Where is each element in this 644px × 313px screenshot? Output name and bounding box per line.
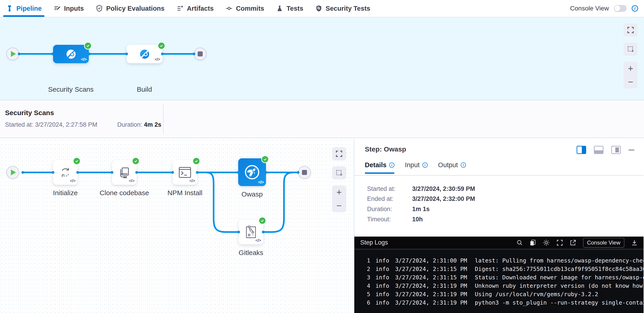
code-tag-icon: </> [258, 180, 264, 185]
stage-label[interactable]: Build [137, 85, 152, 93]
nav-tab-label: Pipeline [16, 5, 42, 12]
success-badge [84, 42, 92, 50]
minimize-panel-button[interactable] [628, 149, 634, 151]
step-card-owasp[interactable]: </> [238, 158, 266, 186]
zoom-out-button[interactable]: − [628, 77, 633, 86]
nav-tab-label: Tests [286, 5, 303, 12]
nav-tab-label: Policy Evaluations [106, 5, 164, 12]
fullscreen-button[interactable] [332, 147, 346, 160]
info-icon[interactable]: i [389, 162, 394, 168]
book-icon [118, 166, 131, 179]
step-label[interactable]: Gitleaks [239, 249, 263, 257]
split-bottom-view-button[interactable] [594, 146, 604, 154]
tab-security-tests[interactable]: Security Tests [315, 0, 370, 17]
tab-policy-evaluations[interactable]: Policy Evaluations [96, 0, 164, 17]
success-badge [258, 217, 266, 225]
stage-card-security-scans[interactable]: </> [53, 45, 89, 63]
success-badge [192, 157, 200, 165]
tab-input[interactable]: Input i [405, 161, 428, 174]
nav-tab-label: Commits [236, 5, 264, 12]
expand-icon[interactable] [556, 240, 563, 246]
tab-output[interactable]: Output i [438, 161, 466, 174]
connector-port [22, 171, 24, 174]
stage-started: Started at: 3/27/2024, 2:27:58 PM [5, 121, 97, 128]
connector-port [51, 52, 54, 55]
tab-details[interactable]: Details i [365, 161, 394, 174]
lower-split: </> Initialize </> Clone codebase [0, 139, 644, 313]
info-icon[interactable]: i [422, 162, 428, 168]
copy-icon[interactable] [530, 240, 536, 246]
stage-canvas-controls: + − [624, 23, 638, 88]
nav-right: Console View i [570, 5, 638, 12]
tab-tests[interactable]: Tests [276, 0, 303, 17]
step-card-initialize[interactable]: </> [53, 160, 78, 185]
fullscreen-button[interactable] [624, 23, 638, 37]
search-icon[interactable] [516, 240, 523, 246]
stop-icon [198, 51, 203, 56]
terminal-icon [178, 167, 192, 178]
console-view-toggle[interactable] [614, 5, 627, 12]
step-start-node[interactable] [6, 166, 19, 179]
step-card-npm-install[interactable]: </> [172, 160, 197, 185]
settings-gear-icon[interactable] [543, 239, 550, 246]
log-line: 5info3/27/2024, 2:31:19 PMUsing /usr/loc… [354, 290, 644, 299]
step-logs-title: Step Logs [360, 239, 388, 246]
stage-connectors [0, 17, 228, 100]
connector-port [262, 231, 264, 233]
policy-shield-icon [96, 5, 103, 12]
step-label[interactable]: Owasp [242, 190, 262, 198]
split-right-view-button[interactable] [576, 146, 586, 154]
stage-title: Security Scans [5, 109, 54, 117]
tab-label: Output [438, 161, 458, 169]
toggle-knob [614, 5, 620, 11]
download-icon[interactable] [631, 240, 638, 246]
step-label[interactable]: Clone codebase [100, 189, 149, 197]
marquee-select-button[interactable] [332, 166, 346, 179]
tab-artifacts[interactable]: Artifacts [176, 0, 214, 17]
artifacts-icon [176, 5, 184, 12]
log-line: 2info3/27/2024, 2:31:15 PMDigest: sha256… [354, 265, 644, 273]
security-shield-icon [315, 5, 322, 12]
info-icon[interactable]: i [632, 5, 638, 11]
connector-port [171, 171, 174, 174]
console-view-label: Console View [570, 5, 609, 12]
tab-pipeline[interactable]: Pipeline [6, 0, 42, 17]
step-label[interactable]: NPM Install [168, 189, 202, 197]
step-logs-body[interactable]: 1info3/27/2024, 2:31:00 PMlatest: Pullin… [354, 251, 644, 313]
refresh-icon [59, 166, 72, 179]
tab-inputs[interactable]: Inputs [54, 0, 84, 17]
tab-label: Details [365, 161, 386, 169]
ci-stage-icon [139, 48, 150, 60]
tab-label: Input [405, 161, 420, 169]
connector-port [52, 171, 54, 174]
floating-view-button[interactable] [611, 146, 621, 154]
marquee-select-button[interactable] [624, 42, 638, 56]
step-graph-canvas[interactable]: </> Initialize </> Clone codebase [0, 139, 354, 313]
stage-card-build[interactable]: </> [126, 45, 162, 63]
info-icon[interactable]: i [461, 162, 466, 168]
zoom-in-button[interactable]: + [336, 188, 342, 197]
connector-port [264, 171, 267, 174]
log-line: 3info3/27/2024, 2:31:15 PMStatus: Downlo… [354, 273, 644, 282]
success-badge [73, 157, 80, 165]
stage-label[interactable]: Security Scans [48, 85, 94, 93]
pipeline-icon [6, 5, 13, 12]
step-card-gitleaks[interactable]: </> [239, 220, 263, 244]
tab-commits[interactable]: Commits [226, 0, 264, 17]
console-view-button[interactable]: Console View [583, 238, 624, 248]
step-card-clone-codebase[interactable]: </> [112, 160, 137, 185]
stage-graph-canvas[interactable]: </> Security Scans </> Build [0, 17, 644, 100]
log-line: 1info3/27/2024, 2:31:00 PMlatest: Pullin… [354, 256, 644, 265]
ci-stage-icon [65, 48, 77, 60]
zoom-out-button[interactable]: − [336, 201, 342, 210]
connector-port [135, 171, 138, 174]
step-end-node[interactable] [298, 166, 311, 179]
panel-layout-controls [576, 146, 634, 154]
connector-port [125, 52, 128, 55]
play-icon [11, 169, 16, 175]
open-in-new-icon[interactable] [570, 240, 576, 246]
stage-end-node[interactable] [194, 47, 206, 60]
step-label[interactable]: Initialize [53, 189, 78, 197]
stage-start-node[interactable] [6, 47, 19, 60]
zoom-in-button[interactable]: + [628, 64, 633, 73]
